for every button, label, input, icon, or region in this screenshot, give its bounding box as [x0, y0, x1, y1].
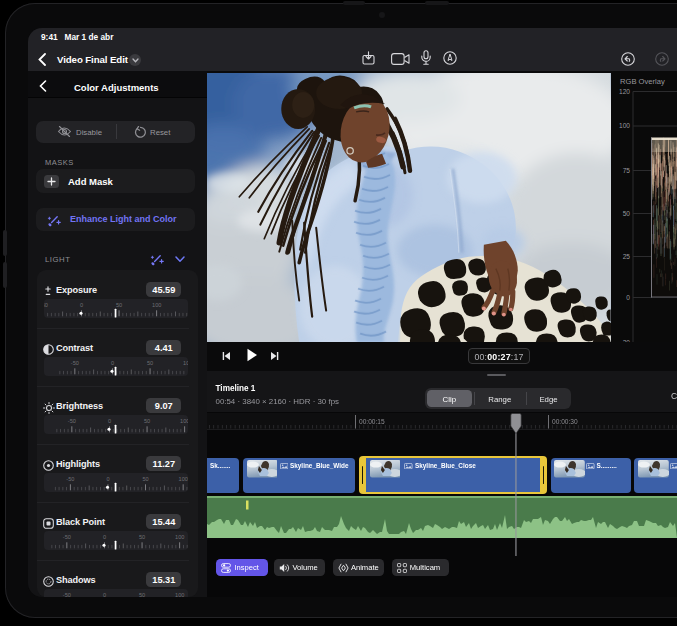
- svg-text:75: 75: [623, 166, 631, 173]
- svg-text:50: 50: [144, 418, 150, 424]
- svg-text:-50: -50: [63, 592, 71, 597]
- svg-text:120: 120: [619, 87, 630, 94]
- svg-text:-50: -50: [71, 360, 79, 366]
- svg-text:50: 50: [147, 360, 153, 366]
- svg-text:25: 25: [623, 252, 631, 259]
- svg-text:-50: -50: [66, 476, 74, 482]
- svg-text:0: 0: [103, 592, 106, 597]
- svg-text:50: 50: [139, 592, 145, 597]
- svg-text:100: 100: [175, 592, 184, 597]
- svg-text:0: 0: [108, 418, 111, 424]
- svg-text:50: 50: [142, 476, 148, 482]
- svg-text:100: 100: [179, 476, 188, 482]
- svg-text:0: 0: [111, 360, 114, 366]
- svg-text:0: 0: [626, 293, 630, 300]
- svg-text:0: 0: [80, 302, 83, 308]
- svg-text:100: 100: [175, 534, 184, 540]
- svg-text:-50: -50: [44, 302, 48, 308]
- svg-text:100: 100: [183, 360, 188, 366]
- svg-text:-50: -50: [63, 534, 71, 540]
- svg-text:00:00:30: 00:00:30: [552, 418, 578, 425]
- svg-text:50: 50: [116, 302, 122, 308]
- svg-text:50: 50: [139, 534, 145, 540]
- svg-text:100: 100: [180, 418, 188, 424]
- svg-text:100: 100: [152, 302, 161, 308]
- svg-text:50: 50: [623, 209, 631, 216]
- svg-text:00:00:15: 00:00:15: [359, 418, 385, 425]
- svg-text:0: 0: [106, 476, 109, 482]
- svg-text:100: 100: [619, 122, 630, 129]
- svg-text:0: 0: [103, 534, 106, 540]
- svg-text:-50: -50: [68, 418, 76, 424]
